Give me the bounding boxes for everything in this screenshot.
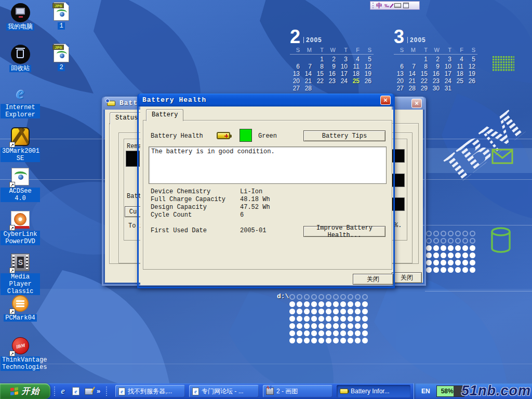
calendar-date: 25 <box>454 77 466 85</box>
wallpaper-dot <box>455 245 461 251</box>
desktop-icon-thinkvantage[interactable]: IBM↗ ThinkVantage Technologies <box>0 336 41 371</box>
pen-icon[interactable] <box>390 3 394 8</box>
desktop-icon-label: Internet Explorer <box>1 104 40 118</box>
chinese-ime-icon[interactable]: 中 <box>376 2 382 9</box>
recycle-bin-icon <box>10 44 30 64</box>
wallpaper-dot <box>326 294 331 300</box>
dialog-title: Battery Health <box>142 96 206 104</box>
wallpaper-dot <box>333 330 339 336</box>
calendar-grid: SMTWTFS123456789101112131415161718192021… <box>290 47 378 92</box>
language-bar-grip[interactable] <box>373 3 374 8</box>
calendar-date: 20 <box>290 77 302 85</box>
calendar-date <box>394 56 406 63</box>
wallpaper-dot <box>340 301 346 307</box>
calendar-day-header: T <box>418 47 430 55</box>
battery-health-titlebar[interactable]: Battery Health × <box>139 94 393 107</box>
envelope-icon <box>491 149 513 164</box>
desktop-icon-jpg-1[interactable]: JPG 1 <box>47 2 76 30</box>
calendar-date <box>362 85 374 92</box>
desktop-icon-media-player-classic[interactable]: S↗ Media Player Classic <box>0 252 41 295</box>
close-button[interactable]: × <box>380 96 391 105</box>
taskbar-button-paint[interactable]: 2 - 画图 <box>263 385 332 397</box>
desktop-icon-pcmark04[interactable]: ↗ PCMark04 <box>0 294 41 322</box>
quick-launch-chevron[interactable]: » <box>97 387 100 395</box>
quick-launch-ie-icon[interactable]: e <box>58 387 68 396</box>
health-status-text: Green <box>258 132 277 140</box>
language-indicator[interactable]: EN <box>421 388 430 395</box>
wallpaper-dot <box>333 316 339 322</box>
calendar-date: 23 <box>430 77 442 85</box>
calendar-day-header: W <box>326 47 338 55</box>
wallpaper-dot <box>289 323 295 329</box>
start-button[interactable]: 开始 <box>0 383 50 399</box>
keyboard-icon[interactable] <box>394 3 401 8</box>
calendar-date: 18 <box>350 70 362 77</box>
calendar-month-number: 3 <box>394 29 404 45</box>
desktop-icon-acdsee[interactable]: ↗ ACDSee 4.0 <box>0 167 41 202</box>
language-bar[interactable]: 中 ‰ <box>370 1 420 10</box>
desktop-icon-internet-explorer[interactable]: e Internet Explorer <box>0 83 41 118</box>
wallpaper-dot <box>348 316 353 322</box>
desktop-icon-3dmark2001[interactable]: ↗ 3DMark2001 SE <box>0 127 41 162</box>
wallpaper-dot <box>340 309 346 314</box>
wallpaper-dot <box>311 301 317 307</box>
calendar-date <box>350 85 362 92</box>
wallpaper-dot <box>289 338 295 343</box>
start-label: 开始 <box>22 386 41 397</box>
calendar-date: 13 <box>290 70 302 77</box>
detail-value: 47.52 Wh <box>240 204 270 211</box>
battery-health-dialog: Battery Health × Battery Battery Health … <box>137 94 395 288</box>
wallpaper-dot-matrix-bottom <box>288 293 368 344</box>
battery-tips-button[interactable]: Battery Tips <box>303 130 385 141</box>
calendar-date: 2 <box>326 56 338 63</box>
wallpaper-dot <box>348 294 353 300</box>
wallpaper-dot <box>362 330 368 336</box>
calendar-date: 10 <box>338 63 350 70</box>
calendar-date: 7 <box>406 63 418 70</box>
detail-value: 6 <box>240 211 244 219</box>
calendar-divider <box>303 37 304 43</box>
close-window-button[interactable]: 关闭 <box>392 272 422 283</box>
calendar-date: 25 <box>350 77 362 85</box>
calendar-date: 15 <box>314 70 326 77</box>
close-button[interactable]: × <box>411 99 422 108</box>
wallpaper-dot <box>426 260 432 265</box>
ime-mode-icon[interactable]: ‰ <box>384 3 389 8</box>
desktop-icon-jpg-2[interactable]: JPG 2 <box>47 43 76 71</box>
wallpaper-dot <box>304 294 310 300</box>
desktop-icon-recycle-bin[interactable]: 回收站 <box>0 44 41 72</box>
calendar-day-header: S <box>362 47 374 55</box>
improve-battery-health-button[interactable]: Improve Battery Health... <box>303 226 385 237</box>
wallpaper-dot <box>470 231 475 236</box>
tab-battery[interactable]: Battery <box>146 109 183 121</box>
taskbar-button-server-not-found[interactable]: e 找不到服务器,... <box>115 385 185 397</box>
calendar-month-number: 2 <box>290 29 300 45</box>
wallpaper-dot <box>333 323 339 329</box>
wallpaper-dot <box>311 338 317 343</box>
taskbar-button-forum[interactable]: e 专门网论坛 - ... <box>189 385 259 397</box>
calendar-date: 19 <box>362 70 374 77</box>
quick-launch-ie-page-icon[interactable]: e <box>71 387 81 396</box>
calendar-day-header: W <box>430 47 442 55</box>
calendar-date: 13 <box>394 70 406 77</box>
wallpaper-dot <box>311 330 317 336</box>
desktop-icon-my-computer[interactable]: 我的电脑 <box>0 3 41 31</box>
quick-launch-show-desktop-icon[interactable] <box>84 387 94 396</box>
calendar-day-header: S <box>394 47 406 55</box>
desktop-icon-label: ThinkVantage Technologies <box>1 356 40 371</box>
wallpaper-dot <box>340 316 346 322</box>
jpg-badge: JPG <box>52 3 64 8</box>
calendar-date: 6 <box>290 63 302 70</box>
tray-battery-meter[interactable]: 58% <box>436 385 464 397</box>
wallpaper-dot <box>348 330 353 336</box>
desktop-icon-label: 3DMark2001 SE <box>1 148 40 162</box>
wallpaper-dot <box>426 267 432 273</box>
wallpaper-dot <box>289 330 295 336</box>
ime-menu-icon[interactable] <box>403 3 409 8</box>
calendar-day-header: T <box>338 47 350 55</box>
taskbar-button-battery-information[interactable]: Battery Infor... <box>337 385 410 397</box>
desktop-icon-powerdvd[interactable]: ↗ CyberLink PowerDVD <box>0 210 41 245</box>
calendar-date: 3 <box>338 56 350 63</box>
shortcut-arrow-icon: ↗ <box>9 225 15 231</box>
close-dialog-button[interactable]: 关闭 <box>353 274 393 285</box>
